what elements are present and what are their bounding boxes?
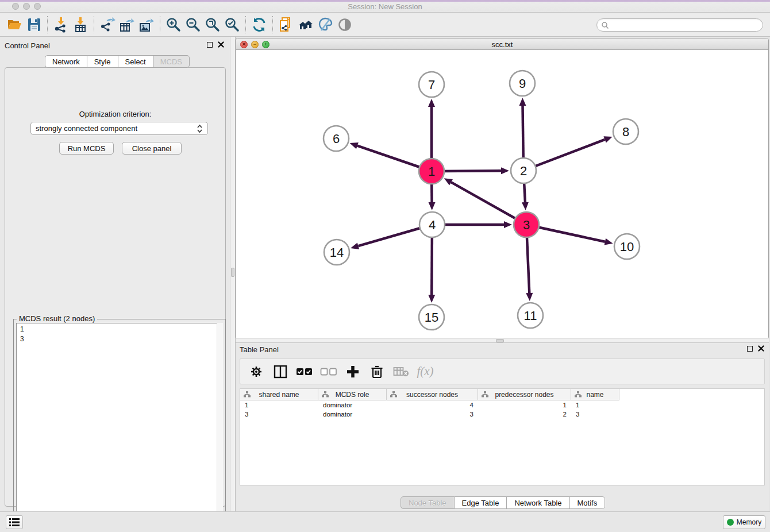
graph-edge-arrow-icon	[526, 293, 533, 301]
visual-styles-icon[interactable]	[315, 16, 335, 34]
run-mcds-button[interactable]: Run MCDS	[59, 142, 114, 155]
column-header-successor-nodes[interactable]: successor nodes	[387, 389, 478, 400]
table-panel-float-icon[interactable]	[747, 346, 753, 352]
graph-edge-arrow-icon	[429, 202, 436, 210]
network-window-title: scc.txt	[236, 40, 768, 49]
control-panel-tabs: Network Style Select MCDS	[45, 55, 190, 68]
graph-node-label: 7	[428, 78, 435, 92]
new-network-icon[interactable]	[276, 16, 296, 34]
search-input[interactable]	[609, 20, 763, 30]
table-panel-tabs: Node Table Edge Table Network Table Moti…	[401, 496, 605, 509]
zoom-out-icon[interactable]	[183, 16, 203, 34]
table-panel: Table Panel	[236, 343, 769, 511]
graph-node-label: 10	[620, 240, 634, 254]
search-box[interactable]	[596, 18, 763, 32]
vertical-split-divider[interactable]	[230, 37, 236, 511]
column-header-name[interactable]: name	[571, 389, 619, 400]
horizontal-split-divider[interactable]	[236, 338, 769, 343]
memory-label: Memory	[737, 518, 761, 526]
table-toolbar: f(x)	[240, 358, 765, 384]
select-all-columns-icon[interactable]	[294, 362, 315, 381]
zoom-in-icon[interactable]	[164, 16, 183, 34]
tab-edge-table[interactable]: Edge Table	[455, 496, 507, 509]
control-panel-title: Control Panel	[5, 41, 50, 50]
table-cell[interactable]: 3	[240, 410, 318, 419]
graph-node-label: 8	[622, 125, 629, 139]
table-cell[interactable]: 1	[478, 401, 571, 410]
column-type-icon	[482, 391, 488, 398]
mcds-result-scrollbar[interactable]	[217, 323, 223, 532]
network-view-window: ✕ − + scc.txt 7968124314101511	[236, 38, 769, 338]
table-cell[interactable]: 1	[240, 401, 318, 410]
network-canvas[interactable]: 7968124314101511	[236, 50, 768, 338]
select-spinner-icon	[197, 124, 203, 133]
status-bar: Memory	[0, 511, 770, 532]
import-table-icon[interactable]	[71, 16, 90, 34]
control-panel-float-icon[interactable]	[207, 42, 213, 48]
tab-select[interactable]: Select	[118, 55, 153, 68]
table-cell[interactable]: 4	[387, 401, 478, 410]
graph-node-label: 15	[425, 310, 438, 325]
table-cell[interactable]: 1	[571, 401, 619, 410]
export-image-icon[interactable]	[137, 16, 156, 34]
graph-node-label: 11	[524, 309, 537, 323]
list-icon	[9, 518, 20, 526]
task-history-button[interactable]	[6, 515, 23, 529]
control-panel-close-icon[interactable]	[218, 41, 224, 48]
network-window-titlebar[interactable]: ✕ − + scc.txt	[236, 38, 768, 50]
close-panel-button[interactable]: Close panel	[122, 142, 182, 155]
zoom-fit-icon[interactable]	[203, 16, 222, 34]
graph-node-label: 2	[520, 164, 527, 178]
tab-style[interactable]: Style	[87, 55, 118, 68]
table-cell[interactable]: 2	[478, 410, 571, 419]
horizontal-split-handle[interactable]	[496, 339, 504, 342]
column-header-MCDS-role[interactable]: MCDS role	[318, 389, 387, 400]
mcds-result-text[interactable]: 1 3	[16, 323, 223, 532]
search-icon	[601, 21, 609, 29]
show-all-networks-icon[interactable]	[296, 16, 315, 34]
delete-column-trash-icon[interactable]	[367, 362, 387, 381]
save-session-icon[interactable]	[24, 16, 44, 34]
graph-edge-arrow-icon	[522, 202, 529, 210]
open-session-icon[interactable]	[5, 16, 24, 34]
criterion-select[interactable]: strongly connected component	[30, 122, 208, 135]
tab-mcds[interactable]: MCDS	[153, 55, 190, 68]
graph-node-label: 1	[428, 164, 435, 179]
graph-node-label: 3	[523, 218, 530, 232]
graph-edge-arrow-icon	[501, 167, 509, 174]
main-toolbar	[0, 13, 770, 37]
unselect-all-columns-icon[interactable]	[318, 362, 339, 381]
import-network-icon[interactable]	[51, 16, 71, 34]
apply-layout-icon[interactable]	[249, 16, 269, 34]
add-column-icon[interactable]	[342, 362, 363, 381]
table-cell[interactable]: dominator	[318, 401, 387, 410]
column-header-predecessor-nodes[interactable]: predecessor nodes	[478, 389, 571, 400]
split-panel-icon[interactable]	[270, 362, 291, 381]
memory-button[interactable]: Memory	[723, 515, 765, 529]
node-table[interactable]: shared nameMCDS rolesuccessor nodesprede…	[240, 388, 765, 485]
tab-network[interactable]: Network	[45, 55, 87, 68]
graph-node-label: 9	[519, 76, 526, 91]
export-network-icon[interactable]	[98, 16, 117, 34]
window-title: Session: New Session	[0, 2, 770, 11]
zoom-selected-icon[interactable]	[222, 16, 242, 34]
graph-node-label: 4	[429, 218, 436, 232]
column-header-shared-name[interactable]: shared name	[240, 389, 318, 400]
table-settings-gear-icon[interactable]	[246, 362, 267, 381]
graph-node-label: 6	[333, 132, 340, 146]
tab-motifs[interactable]: Motifs	[570, 496, 606, 509]
table-panel-close-icon[interactable]	[758, 345, 764, 352]
tab-node-table[interactable]: Node Table	[401, 496, 455, 509]
table-row[interactable]: 3dominator323	[240, 410, 619, 419]
criterion-value: strongly connected component	[36, 124, 137, 133]
export-table-icon[interactable]	[117, 16, 137, 34]
tab-network-table[interactable]: Network Table	[507, 496, 569, 509]
vertical-split-handle[interactable]	[231, 268, 234, 277]
table-cell[interactable]: 3	[571, 410, 619, 419]
mcds-tab-content: Optimization criterion: strongly connect…	[5, 67, 226, 507]
table-cell[interactable]: 3	[387, 410, 478, 419]
table-cell[interactable]: dominator	[318, 410, 387, 419]
table-row[interactable]: 1dominator411	[240, 401, 619, 410]
graph-edge-arrow-icon	[351, 242, 359, 249]
hide-panel-eye-icon[interactable]	[335, 16, 355, 34]
